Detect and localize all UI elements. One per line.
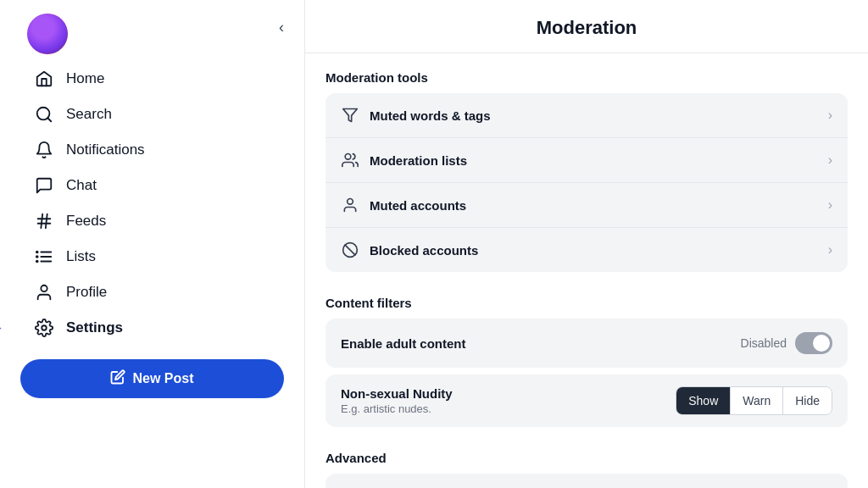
muted-words-label: Muted words & tags — [370, 108, 818, 123]
compose-icon — [110, 369, 125, 388]
person-icon — [34, 283, 54, 302]
nudity-hide-button[interactable]: Hide — [782, 387, 832, 414]
page-title: Moderation — [305, 0, 868, 53]
sidebar-item-home-label: Home — [66, 70, 104, 87]
svg-point-13 — [42, 325, 47, 330]
muted-words-item[interactable]: Muted words & tags › — [326, 93, 848, 137]
filter-icon — [341, 107, 359, 124]
content-filters-title: Content filters — [326, 296, 848, 310]
sidebar-item-profile[interactable]: Profile — [7, 274, 298, 310]
muted-accounts-item[interactable]: Muted accounts › — [326, 182, 848, 227]
svg-point-10 — [36, 256, 38, 258]
nudity-filter-item: Non-sexual Nudity E.g. artistic nudes. S… — [326, 374, 848, 427]
people-icon — [341, 152, 359, 169]
adult-content-status: Disabled — [741, 336, 787, 350]
sidebar-item-home[interactable]: Home — [7, 61, 298, 97]
chat-icon — [34, 176, 54, 195]
moderation-tools-section: Moderation tools Muted words & tags › Mo… — [305, 53, 868, 279]
hash-icon — [34, 212, 54, 230]
svg-line-5 — [46, 214, 47, 229]
bell-icon — [34, 141, 54, 159]
new-post-button[interactable]: New Post — [20, 359, 284, 398]
main-content: Moderation Moderation tools Muted words … — [305, 0, 868, 488]
blocked-accounts-item[interactable]: Blocked accounts › — [326, 227, 848, 272]
svg-line-18 — [345, 245, 355, 255]
sidebar-nav: Home Search Notifications Chat Feeds — [0, 61, 304, 346]
sidebar-item-feeds[interactable]: Feeds — [7, 203, 298, 239]
svg-point-15 — [345, 154, 351, 160]
nudity-title: Non-sexual Nudity — [341, 386, 453, 401]
chevron-right-icon-3: › — [828, 197, 832, 213]
blocked-accounts-label: Blocked accounts — [370, 243, 818, 258]
moderation-lists-label: Moderation lists — [370, 153, 818, 168]
adult-content-toggle[interactable] — [795, 332, 832, 354]
toggle-knob — [813, 335, 830, 352]
moderation-tools-list: Muted words & tags › Moderation lists › … — [326, 93, 848, 272]
lists-icon — [34, 247, 54, 266]
nudity-subtitle: E.g. artistic nudes. — [341, 402, 453, 415]
person-off-icon — [341, 197, 359, 214]
nudity-warn-button[interactable]: Warn — [730, 387, 782, 414]
chevron-right-icon-2: › — [828, 152, 832, 168]
sidebar-item-search-label: Search — [66, 106, 112, 123]
new-post-label: New Post — [132, 371, 193, 386]
chevron-right-icon: › — [828, 108, 832, 123]
sidebar-item-notifications-label: Notifications — [66, 141, 145, 158]
gear-icon — [34, 319, 54, 337]
svg-point-11 — [36, 261, 38, 263]
sidebar-item-notifications[interactable]: Notifications — [7, 132, 298, 168]
sidebar-item-profile-label: Profile — [66, 284, 107, 301]
block-icon — [341, 241, 359, 258]
sidebar: ‹ Home Search Notifications Chat — [0, 0, 305, 488]
moderation-lists-item[interactable]: Moderation lists › — [326, 137, 848, 182]
enable-adult-label: Enable adult content — [341, 336, 466, 351]
adult-content-controls: Disabled — [741, 332, 832, 354]
sidebar-item-chat-label: Chat — [66, 177, 97, 194]
sidebar-item-search[interactable]: Search — [7, 97, 298, 132]
moderation-tools-title: Moderation tools — [326, 70, 848, 85]
svg-point-9 — [36, 252, 38, 253]
sidebar-item-feeds-label: Feeds — [66, 213, 106, 230]
nudity-info: Non-sexual Nudity E.g. artistic nudes. — [341, 386, 453, 415]
sidebar-item-lists[interactable]: Lists — [7, 239, 298, 274]
chevron-right-icon-4: › — [828, 242, 832, 258]
sidebar-item-chat[interactable]: Chat — [7, 168, 298, 203]
svg-line-4 — [41, 214, 42, 229]
settings-arrow-indicator: → — [0, 317, 5, 339]
content-filters-section: Content filters Enable adult content Dis… — [305, 279, 868, 434]
svg-line-1 — [47, 118, 51, 121]
svg-point-12 — [41, 286, 47, 291]
svg-point-16 — [348, 199, 353, 205]
nudity-show-button[interactable]: Show — [676, 387, 730, 414]
advanced-title: Advanced — [326, 451, 848, 465]
bluesky-moderation-service-item[interactable]: Bluesky Moderation Service Official Blue… — [326, 474, 848, 488]
svg-marker-14 — [343, 109, 358, 122]
back-arrow[interactable]: ‹ — [279, 19, 284, 36]
avatar[interactable] — [27, 14, 68, 54]
muted-accounts-label: Muted accounts — [370, 198, 818, 213]
advanced-section: Advanced Bluesky Moderation Service Offi… — [305, 434, 868, 488]
nudity-options: Show Warn Hide — [676, 386, 832, 415]
sidebar-item-settings-label: Settings — [66, 319, 123, 336]
sidebar-item-lists-label: Lists — [66, 248, 96, 265]
sidebar-item-settings[interactable]: → Settings — [7, 310, 298, 346]
home-icon — [34, 69, 54, 88]
search-icon — [34, 105, 54, 124]
enable-adult-content-item: Enable adult content Disabled — [326, 319, 848, 368]
